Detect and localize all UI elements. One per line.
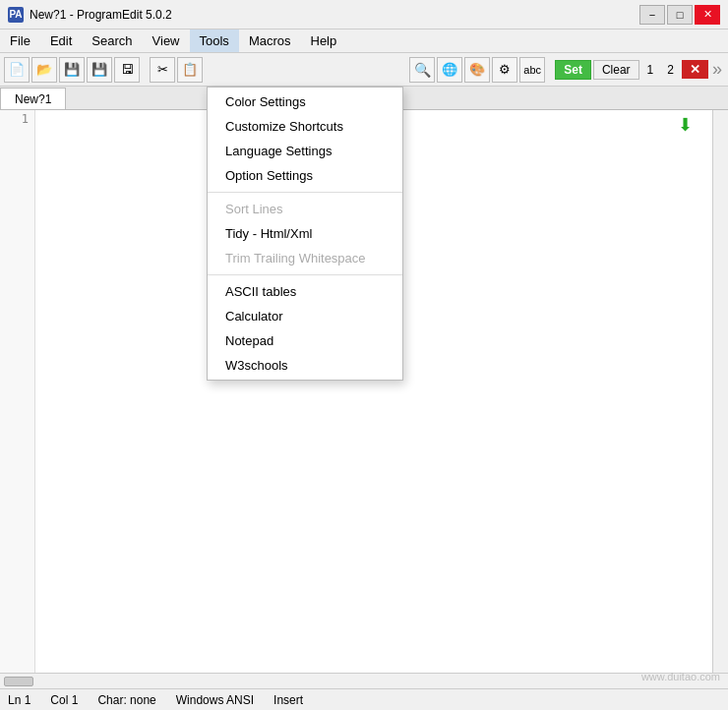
toolbar-browser-icon[interactable]: 🌐: [437, 57, 462, 83]
status-col: Col 1: [50, 693, 78, 707]
toolbar-arrow: »: [710, 59, 724, 80]
watermark: www.duitao.com: [641, 671, 720, 682]
menu-item-calculator[interactable]: Calculator: [208, 304, 402, 328]
set-button[interactable]: Set: [555, 60, 591, 80]
menu-item-notepad[interactable]: Notepad: [208, 328, 402, 353]
menu-macros[interactable]: Macros: [239, 30, 301, 52]
menu-file[interactable]: File: [0, 30, 40, 52]
window-controls: − □ ✕: [639, 5, 720, 25]
tools-dropdown-menu: Color Settings Customize Shortcuts Langu…: [207, 87, 403, 381]
menu-item-w3schools[interactable]: W3schools: [208, 353, 402, 378]
menu-item-ascii-tables[interactable]: ASCII tables: [208, 279, 402, 304]
title-text: New?1 - ProgramEdit 5.0.2: [30, 8, 639, 22]
toolbar-cut-btn[interactable]: ✂: [150, 57, 175, 83]
toolbar-copy-btn[interactable]: 📋: [177, 57, 203, 83]
vertical-scrollbar[interactable]: [712, 110, 728, 688]
menu-tools[interactable]: Tools: [190, 30, 239, 52]
toolbar-abc-icon[interactable]: abc: [519, 57, 545, 83]
menu-view[interactable]: View: [143, 30, 190, 52]
toolbar-save2-btn[interactable]: 💾: [87, 57, 112, 83]
line-numbers: 1: [0, 110, 35, 688]
toolbar-save-btn[interactable]: 💾: [59, 57, 85, 83]
toolbar-x-button[interactable]: ✕: [682, 60, 708, 79]
toolbar-settings-icon[interactable]: ⚙: [492, 57, 517, 83]
menu-search[interactable]: Search: [82, 30, 142, 52]
status-bar: Ln 1 Col 1 Char: none Windows ANSI Inser…: [0, 688, 728, 710]
line-number-1: 1: [0, 112, 29, 126]
hscroll-thumb[interactable]: [4, 677, 33, 686]
maximize-button[interactable]: □: [667, 5, 693, 25]
toolbar-num1[interactable]: 1: [641, 61, 660, 79]
toolbar-new-btn[interactable]: 📄: [4, 57, 30, 83]
tab-new1[interactable]: New?1: [0, 88, 66, 109]
menu-item-customize-shortcuts[interactable]: Customize Shortcuts: [208, 114, 402, 139]
clear-button[interactable]: Clear: [593, 60, 639, 80]
toolbar-open-btn[interactable]: 📂: [31, 57, 57, 83]
menu-item-sort-lines: Sort Lines: [208, 197, 402, 221]
horizontal-scrollbar[interactable]: [0, 673, 728, 688]
menu-item-color-settings[interactable]: Color Settings: [208, 89, 402, 114]
green-arrow-icon: ⬇: [678, 114, 693, 136]
toolbar-save3-btn[interactable]: 🖫: [114, 57, 140, 83]
menu-item-tidy-html[interactable]: Tidy - Html/Xml: [208, 221, 402, 246]
status-ln: Ln 1: [8, 693, 30, 707]
app-icon: PA: [8, 7, 24, 23]
menu-item-trim-trailing: Trim Trailing Whitespace: [208, 246, 402, 270]
status-mode: Insert: [273, 693, 303, 707]
menu-bar: File Edit Search View Tools Macros Help: [0, 30, 728, 53]
toolbar-search-icon[interactable]: 🔍: [409, 57, 435, 83]
menu-separator-1: [208, 192, 402, 193]
menu-edit[interactable]: Edit: [40, 30, 82, 52]
toolbar: 📄 📂 💾 💾 🖫 ✂ 📋 🔍 🌐 🎨 ⚙ abc Set Clear 1 2 …: [0, 53, 728, 87]
status-char: Char: none: [97, 693, 155, 707]
toolbar-color-icon[interactable]: 🎨: [464, 57, 490, 83]
menu-help[interactable]: Help: [301, 30, 347, 52]
menu-item-language-settings[interactable]: Language Settings: [208, 139, 402, 163]
menu-separator-2: [208, 274, 402, 275]
status-encoding: Windows ANSI: [176, 693, 254, 707]
menu-item-option-settings[interactable]: Option Settings: [208, 163, 402, 188]
minimize-button[interactable]: −: [639, 5, 665, 25]
title-bar: PA New?1 - ProgramEdit 5.0.2 − □ ✕: [0, 0, 728, 30]
close-button[interactable]: ✕: [695, 5, 720, 25]
toolbar-num2[interactable]: 2: [661, 61, 680, 79]
